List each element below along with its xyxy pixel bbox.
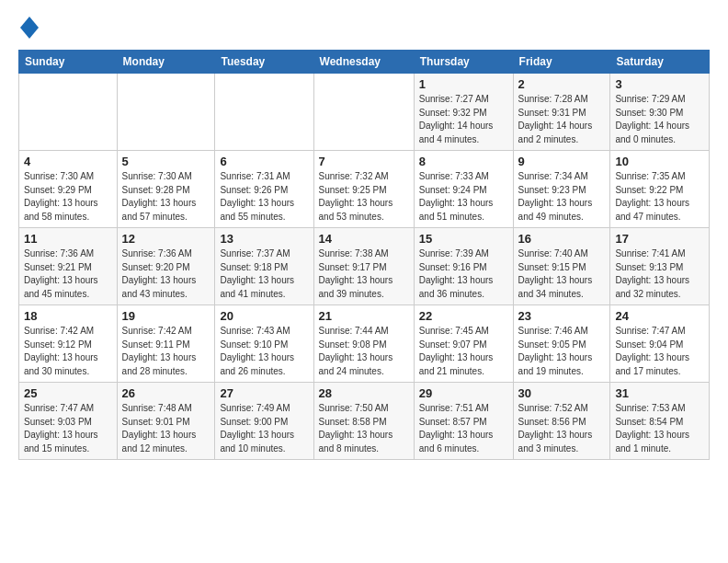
calendar-cell: 1Sunrise: 7:27 AMSunset: 9:32 PMDaylight…	[414, 74, 513, 151]
calendar-cell: 13Sunrise: 7:37 AMSunset: 9:18 PMDayligh…	[215, 228, 313, 305]
day-number: 14	[319, 232, 409, 246]
day-info: Sunrise: 7:43 AMSunset: 9:10 PMDaylight:…	[220, 325, 308, 378]
calendar-cell: 19Sunrise: 7:42 AMSunset: 9:11 PMDayligh…	[117, 305, 215, 383]
calendar-header-row: SundayMondayTuesdayWednesdayThursdayFrid…	[19, 51, 710, 74]
day-number: 4	[24, 155, 112, 168]
day-info: Sunrise: 7:47 AMSunset: 9:03 PMDaylight:…	[24, 402, 112, 455]
day-info: Sunrise: 7:29 AMSunset: 9:30 PMDaylight:…	[615, 93, 704, 146]
calendar-cell: 30Sunrise: 7:52 AMSunset: 8:56 PMDayligh…	[513, 383, 610, 460]
day-info: Sunrise: 7:45 AMSunset: 9:07 PMDaylight:…	[419, 325, 508, 378]
day-number: 29	[419, 386, 508, 400]
calendar-cell: 25Sunrise: 7:47 AMSunset: 9:03 PMDayligh…	[19, 383, 118, 460]
calendar-cell: 31Sunrise: 7:53 AMSunset: 8:54 PMDayligh…	[610, 383, 710, 460]
day-info: Sunrise: 7:37 AMSunset: 9:18 PMDaylight:…	[220, 247, 308, 301]
day-info: Sunrise: 7:32 AMSunset: 9:25 PMDaylight:…	[319, 170, 409, 224]
calendar-cell	[117, 74, 215, 151]
day-number: 28	[319, 386, 409, 400]
day-header-monday: Monday	[117, 51, 215, 74]
day-number: 5	[122, 155, 210, 168]
calendar-cell: 21Sunrise: 7:44 AMSunset: 9:08 PMDayligh…	[313, 305, 414, 383]
day-number: 16	[518, 232, 606, 246]
calendar-cell: 29Sunrise: 7:51 AMSunset: 8:57 PMDayligh…	[414, 383, 513, 460]
calendar-cell	[19, 74, 118, 151]
day-info: Sunrise: 7:46 AMSunset: 9:05 PMDaylight:…	[518, 325, 606, 378]
calendar-cell: 11Sunrise: 7:36 AMSunset: 9:21 PMDayligh…	[19, 228, 118, 305]
day-info: Sunrise: 7:49 AMSunset: 9:00 PMDaylight:…	[220, 402, 308, 455]
day-info: Sunrise: 7:44 AMSunset: 9:08 PMDaylight:…	[319, 325, 409, 378]
calendar-cell: 28Sunrise: 7:50 AMSunset: 8:58 PMDayligh…	[313, 383, 414, 460]
header	[18, 15, 710, 40]
day-info: Sunrise: 7:39 AMSunset: 9:16 PMDaylight:…	[419, 247, 508, 301]
day-number: 31	[615, 386, 704, 400]
day-number: 7	[319, 155, 409, 168]
calendar-cell: 18Sunrise: 7:42 AMSunset: 9:12 PMDayligh…	[19, 305, 118, 383]
day-header-thursday: Thursday	[414, 51, 513, 74]
day-header-wednesday: Wednesday	[313, 51, 414, 74]
calendar-cell	[313, 74, 414, 151]
day-info: Sunrise: 7:52 AMSunset: 8:56 PMDaylight:…	[518, 402, 606, 455]
day-info: Sunrise: 7:35 AMSunset: 9:22 PMDaylight:…	[615, 170, 704, 224]
day-number: 19	[122, 309, 210, 323]
day-info: Sunrise: 7:51 AMSunset: 8:57 PMDaylight:…	[419, 402, 508, 455]
day-info: Sunrise: 7:41 AMSunset: 9:13 PMDaylight:…	[615, 247, 704, 301]
day-info: Sunrise: 7:28 AMSunset: 9:31 PMDaylight:…	[518, 93, 606, 146]
day-number: 27	[220, 386, 308, 400]
day-info: Sunrise: 7:42 AMSunset: 9:11 PMDaylight:…	[122, 325, 210, 378]
page: SundayMondayTuesdayWednesdayThursdayFrid…	[0, 0, 728, 469]
day-header-friday: Friday	[513, 51, 610, 74]
day-info: Sunrise: 7:27 AMSunset: 9:32 PMDaylight:…	[419, 93, 508, 146]
day-number: 26	[122, 386, 210, 400]
day-number: 9	[518, 155, 606, 168]
week-row-1: 1Sunrise: 7:27 AMSunset: 9:32 PMDaylight…	[19, 74, 710, 151]
day-info: Sunrise: 7:34 AMSunset: 9:23 PMDaylight:…	[518, 170, 606, 224]
day-number: 15	[419, 232, 508, 246]
day-info: Sunrise: 7:30 AMSunset: 9:28 PMDaylight:…	[122, 170, 210, 224]
day-number: 11	[24, 232, 112, 246]
day-number: 20	[220, 309, 308, 323]
day-info: Sunrise: 7:36 AMSunset: 9:20 PMDaylight:…	[122, 247, 210, 301]
logo	[18, 15, 39, 40]
calendar-cell: 4Sunrise: 7:30 AMSunset: 9:29 PMDaylight…	[19, 151, 118, 228]
day-number: 21	[319, 309, 409, 323]
day-number: 24	[615, 309, 704, 323]
calendar-cell	[215, 74, 313, 151]
day-number: 22	[419, 309, 508, 323]
day-info: Sunrise: 7:30 AMSunset: 9:29 PMDaylight:…	[24, 170, 112, 224]
calendar-cell: 3Sunrise: 7:29 AMSunset: 9:30 PMDaylight…	[610, 74, 710, 151]
day-number: 2	[518, 77, 606, 91]
day-info: Sunrise: 7:31 AMSunset: 9:26 PMDaylight:…	[220, 170, 308, 224]
calendar-cell: 10Sunrise: 7:35 AMSunset: 9:22 PMDayligh…	[610, 151, 710, 228]
calendar-cell: 8Sunrise: 7:33 AMSunset: 9:24 PMDaylight…	[414, 151, 513, 228]
day-number: 3	[615, 77, 704, 91]
calendar-cell: 6Sunrise: 7:31 AMSunset: 9:26 PMDaylight…	[215, 151, 313, 228]
calendar-cell: 12Sunrise: 7:36 AMSunset: 9:20 PMDayligh…	[117, 228, 215, 305]
week-row-3: 11Sunrise: 7:36 AMSunset: 9:21 PMDayligh…	[19, 228, 710, 305]
day-number: 6	[220, 155, 308, 168]
calendar-cell: 2Sunrise: 7:28 AMSunset: 9:31 PMDaylight…	[513, 74, 610, 151]
calendar-cell: 5Sunrise: 7:30 AMSunset: 9:28 PMDaylight…	[117, 151, 215, 228]
calendar-cell: 24Sunrise: 7:47 AMSunset: 9:04 PMDayligh…	[610, 305, 710, 383]
day-info: Sunrise: 7:47 AMSunset: 9:04 PMDaylight:…	[615, 325, 704, 378]
calendar-cell: 7Sunrise: 7:32 AMSunset: 9:25 PMDaylight…	[313, 151, 414, 228]
day-number: 13	[220, 232, 308, 246]
calendar-cell: 20Sunrise: 7:43 AMSunset: 9:10 PMDayligh…	[215, 305, 313, 383]
day-info: Sunrise: 7:33 AMSunset: 9:24 PMDaylight:…	[419, 170, 508, 224]
calendar-cell: 16Sunrise: 7:40 AMSunset: 9:15 PMDayligh…	[513, 228, 610, 305]
week-row-4: 18Sunrise: 7:42 AMSunset: 9:12 PMDayligh…	[19, 305, 710, 383]
calendar-cell: 17Sunrise: 7:41 AMSunset: 9:13 PMDayligh…	[610, 228, 710, 305]
day-number: 12	[122, 232, 210, 246]
svg-marker-0	[20, 17, 39, 39]
day-number: 25	[24, 386, 112, 400]
day-info: Sunrise: 7:53 AMSunset: 8:54 PMDaylight:…	[615, 402, 704, 455]
calendar-cell: 23Sunrise: 7:46 AMSunset: 9:05 PMDayligh…	[513, 305, 610, 383]
calendar-cell: 22Sunrise: 7:45 AMSunset: 9:07 PMDayligh…	[414, 305, 513, 383]
day-info: Sunrise: 7:50 AMSunset: 8:58 PMDaylight:…	[319, 402, 409, 455]
calendar-cell: 9Sunrise: 7:34 AMSunset: 9:23 PMDaylight…	[513, 151, 610, 228]
week-row-5: 25Sunrise: 7:47 AMSunset: 9:03 PMDayligh…	[19, 383, 710, 460]
day-number: 8	[419, 155, 508, 168]
day-info: Sunrise: 7:38 AMSunset: 9:17 PMDaylight:…	[319, 247, 409, 301]
day-header-saturday: Saturday	[610, 51, 710, 74]
calendar-cell: 27Sunrise: 7:49 AMSunset: 9:00 PMDayligh…	[215, 383, 313, 460]
week-row-2: 4Sunrise: 7:30 AMSunset: 9:29 PMDaylight…	[19, 151, 710, 228]
calendar-cell: 15Sunrise: 7:39 AMSunset: 9:16 PMDayligh…	[414, 228, 513, 305]
